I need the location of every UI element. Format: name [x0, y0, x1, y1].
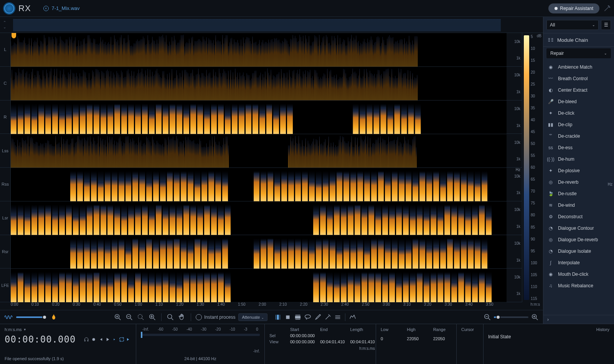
module-chain-button[interactable]: Module Chain: [543, 33, 614, 47]
sel-start-value[interactable]: 00:00:00.000: [290, 333, 315, 338]
zoom-fit-icon[interactable]: [148, 313, 157, 321]
module-icon: ◐: [547, 87, 554, 94]
sidebar-menu-icon[interactable]: ☰: [601, 20, 611, 30]
waveform-opacity-slider[interactable]: [16, 316, 47, 318]
view-start-value[interactable]: 00:00:00.000: [290, 339, 315, 344]
module-item[interactable]: ▮▮De-clip: [543, 119, 614, 130]
wand-icon[interactable]: [603, 5, 611, 12]
freq-low-value[interactable]: 0: [381, 336, 399, 341]
module-item[interactable]: ⺌De-crackle: [543, 130, 614, 142]
play-selection-icon[interactable]: [112, 335, 117, 344]
module-icon: ⚙: [547, 213, 554, 220]
channel-label[interactable]: Rsr: [0, 235, 10, 269]
lasso-tool-icon[interactable]: [304, 313, 312, 321]
module-icon: ◉: [547, 64, 554, 71]
repair-assistant-button[interactable]: Repair Assistant: [548, 3, 599, 13]
overview-waveform[interactable]: [13, 18, 501, 31]
module-item[interactable]: ◉Ambience Match: [543, 61, 614, 73]
overview-strip[interactable]: ⌃ ⌄: [0, 17, 543, 33]
module-item[interactable]: ◉Mouth De-click: [543, 268, 614, 280]
spectrogram-view[interactable]: [11, 33, 507, 302]
channel-label[interactable]: R: [0, 100, 10, 134]
sel-end-value[interactable]: [320, 333, 345, 338]
module-item[interactable]: ssDe-ess: [543, 142, 614, 153]
headphones-icon[interactable]: [84, 335, 89, 344]
db-color-gradient[interactable]: [524, 35, 529, 300]
output-meter[interactable]: [141, 334, 260, 336]
playhead-marker-icon[interactable]: [12, 33, 16, 38]
module-item[interactable]: ◎De-reverb: [543, 176, 614, 188]
module-item[interactable]: ≋De-wind: [543, 199, 614, 211]
forward-icon[interactable]: [126, 335, 131, 344]
instant-process-mode-select[interactable]: Attenuate ⌄: [238, 313, 267, 321]
module-label: De-crackle: [558, 133, 580, 139]
module-icon: ◎: [547, 236, 554, 243]
svg-point-2: [138, 314, 142, 318]
find-icon[interactable]: [166, 313, 175, 321]
rewind-icon[interactable]: [98, 335, 103, 344]
timeline-tick: 0:00: [11, 302, 31, 310]
hzoom-in-icon[interactable]: [531, 313, 539, 321]
module-item[interactable]: ⚙Deconstruct: [543, 211, 614, 222]
hzoom-slider[interactable]: [494, 316, 528, 318]
spectrogram-toggle-icon[interactable]: [50, 313, 58, 321]
view-length-value[interactable]: 00:04:01.410: [350, 339, 375, 344]
wand-tool-icon[interactable]: [324, 313, 332, 321]
loop-icon[interactable]: [119, 335, 124, 344]
sidebar-more-icon[interactable]: ›: [543, 315, 614, 324]
module-item[interactable]: ◔Dialogue Contour: [543, 222, 614, 234]
instant-process-icon[interactable]: [196, 314, 202, 320]
play-icon[interactable]: [105, 335, 110, 344]
channel-label[interactable]: Rss: [0, 168, 10, 201]
module-item[interactable]: 〰Breath Control: [543, 73, 614, 84]
channel-label[interactable]: L: [0, 33, 10, 67]
tab-close-icon[interactable]: ×: [43, 6, 49, 11]
module-item[interactable]: ✦De-click: [543, 107, 614, 119]
module-item[interactable]: ◎Dialogue De-reverb: [543, 234, 614, 245]
channel-label[interactable]: Lss: [0, 134, 10, 168]
file-tab[interactable]: × 7-1_Mix.wav: [39, 4, 84, 13]
module-label: De-hum: [558, 156, 574, 162]
sel-length-value[interactable]: [350, 333, 375, 338]
db-tick: 105: [531, 273, 543, 277]
record-icon[interactable]: [91, 335, 96, 344]
channel-label[interactable]: C: [0, 67, 10, 100]
module-item[interactable]: 🍃De-rustle: [543, 188, 614, 199]
module-item[interactable]: ((·))De-hum: [543, 153, 614, 165]
module-item[interactable]: 🎤De-bleed: [543, 96, 614, 107]
waveform-toggle-icon[interactable]: [4, 313, 13, 321]
meter-scale-tick: -30: [201, 327, 206, 331]
zoom-selection-icon[interactable]: [137, 313, 145, 321]
module-item[interactable]: ◐Center Extract: [543, 84, 614, 96]
app-logo-icon: [3, 2, 15, 15]
db-tick: 100: [531, 261, 543, 265]
channel-label[interactable]: LFE: [0, 268, 10, 302]
module-category-select[interactable]: Repair⌄: [546, 48, 611, 58]
module-item[interactable]: ∫Interpolate: [543, 257, 614, 268]
freq-range-value[interactable]: 22050: [433, 336, 452, 341]
timeline-tick: 0:50: [114, 302, 135, 310]
module-item[interactable]: ◔Dialogue Isolate: [543, 245, 614, 257]
time-format-select[interactable]: h:m:s.ms ▼: [5, 327, 131, 332]
overview-expand-up-icon[interactable]: ⌃: [2, 21, 8, 25]
time-selection-tool-icon[interactable]: [274, 313, 282, 321]
overview-expand-down-icon[interactable]: ⌄: [2, 25, 8, 29]
cursor-header: Cursor: [461, 327, 479, 332]
zoom-out-icon[interactable]: [125, 313, 134, 321]
view-end-value[interactable]: 00:04:01.410: [320, 339, 345, 344]
zoom-in-icon[interactable]: [114, 313, 122, 321]
channel-label[interactable]: Lsr: [0, 201, 10, 235]
hzoom-out-icon[interactable]: [483, 313, 492, 321]
harmonics-tool-icon[interactable]: [348, 313, 357, 321]
freq-selection-tool-icon[interactable]: [294, 313, 302, 321]
freq-high-value[interactable]: 22050: [407, 336, 425, 341]
module-label: Dialogue Isolate: [558, 249, 591, 254]
module-filter-select[interactable]: All⌄: [546, 20, 599, 30]
hand-tool-icon[interactable]: [178, 313, 186, 321]
module-item[interactable]: ♫Music Rebalance: [543, 280, 614, 292]
module-item[interactable]: ✦De-plosive: [543, 165, 614, 176]
deselect-icon[interactable]: [333, 313, 342, 321]
history-item-initial[interactable]: Initial State: [488, 334, 609, 339]
brush-tool-icon[interactable]: [314, 313, 322, 321]
time-freq-selection-tool-icon[interactable]: [284, 313, 292, 321]
